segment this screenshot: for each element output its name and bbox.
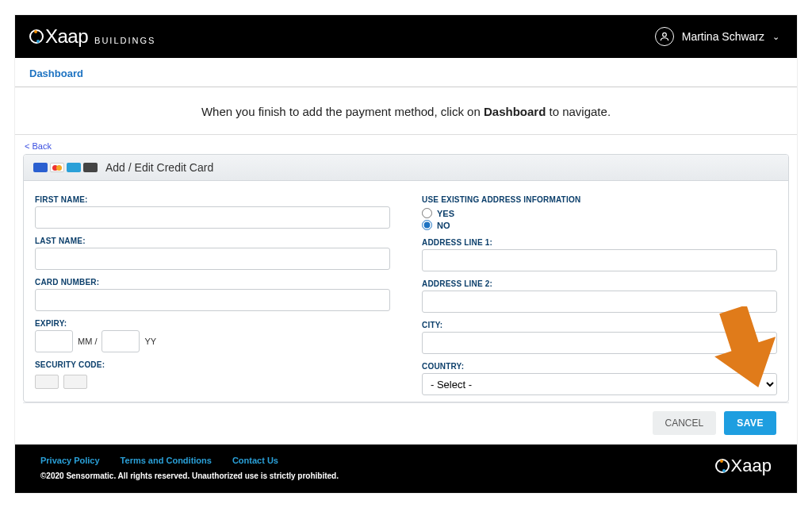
- label-addr2: ADDRESS LINE 2:: [422, 279, 777, 288]
- card-brand-icons: [33, 163, 98, 172]
- back-link[interactable]: < Back: [23, 140, 789, 154]
- cvv-hint-back-icon: [63, 375, 87, 389]
- label-last-name: LAST NAME:: [35, 237, 390, 245]
- expiry-year-input[interactable]: [102, 330, 140, 352]
- footer-brand: Xaap: [731, 456, 772, 476]
- first-name-input[interactable]: [35, 206, 390, 229]
- save-button[interactable]: SAVE: [724, 411, 776, 435]
- breadcrumb-dashboard[interactable]: Dashboard: [29, 67, 83, 79]
- expiry-yy: YY: [144, 337, 156, 346]
- label-use-existing: USE EXISTING ADDRESS INFORMATION: [422, 195, 777, 204]
- expiry-mm-sep: MM /: [78, 337, 97, 346]
- footer-logo-ring-icon: [715, 459, 730, 473]
- footer-privacy-link[interactable]: Privacy Policy: [40, 456, 100, 465]
- instruction-suffix: to navigate.: [546, 105, 611, 118]
- instruction-bold: Dashboard: [484, 105, 546, 118]
- chevron-down-icon: ⌄: [772, 32, 779, 42]
- user-name: Martina Schwarz: [682, 30, 764, 43]
- brand-logo: Xaap BUILDINGS: [29, 25, 155, 48]
- label-card-number: CARD NUMBER:: [35, 278, 390, 287]
- city-input[interactable]: [422, 332, 777, 354]
- radio-yes-label: YES: [437, 209, 454, 218]
- avatar-icon: [655, 27, 674, 46]
- address-line-1-input[interactable]: [422, 249, 777, 271]
- user-menu[interactable]: Martina Schwarz ⌄: [655, 27, 779, 46]
- label-city: CITY:: [422, 321, 777, 329]
- radio-yes[interactable]: [422, 208, 432, 218]
- panel-title: Add / Edit Credit Card: [105, 161, 213, 174]
- radio-yes-row[interactable]: YES: [422, 208, 777, 218]
- last-name-input[interactable]: [35, 248, 390, 270]
- footer-terms-link[interactable]: Terms and Conditions: [121, 456, 212, 465]
- label-addr1: ADDRESS LINE 1:: [422, 238, 777, 247]
- footer-logo: Xaap: [715, 456, 772, 476]
- instruction-prefix: When you finish to add the payment metho…: [201, 105, 484, 118]
- top-bar: Xaap BUILDINGS Martina Schwarz ⌄: [15, 15, 797, 58]
- label-expiry: EXPIRY:: [35, 319, 390, 328]
- breadcrumb-bar: Dashboard: [15, 58, 797, 87]
- brand-name: Xaap: [45, 25, 88, 48]
- brand-subtitle: BUILDINGS: [94, 36, 155, 45]
- label-first-name: FIRST NAME:: [35, 195, 390, 204]
- logo-ring-icon: [29, 29, 44, 44]
- address-line-2-input[interactable]: [422, 291, 777, 313]
- instruction-banner: When you finish to add the payment metho…: [15, 87, 797, 135]
- action-bar: CANCEL SAVE: [23, 402, 789, 444]
- generic-card-icon: [83, 163, 98, 172]
- label-security-code: SECURITY CODE:: [35, 360, 390, 369]
- svg-point-0: [662, 33, 666, 37]
- country-select[interactable]: - Select -: [422, 373, 777, 395]
- expiry-month-input[interactable]: [35, 330, 73, 352]
- card-number-input[interactable]: [35, 289, 390, 311]
- radio-no-row[interactable]: NO: [422, 220, 777, 230]
- mastercard-icon: [50, 163, 64, 172]
- radio-no-label: NO: [437, 221, 450, 230]
- footer-copyright: ©2020 Sensormatic. All rights reserved. …: [40, 471, 339, 480]
- footer-contact-link[interactable]: Contact Us: [232, 456, 278, 465]
- amex-icon: [67, 163, 81, 172]
- footer: Privacy Policy Terms and Conditions Cont…: [15, 444, 797, 493]
- label-country: COUNTRY:: [422, 362, 777, 371]
- credit-card-panel: Add / Edit Credit Card FIRST NAME: LAST …: [23, 154, 789, 402]
- cvv-hint-front-icon: [35, 375, 59, 389]
- visa-icon: [33, 163, 48, 172]
- cancel-button[interactable]: CANCEL: [653, 411, 717, 435]
- radio-no[interactable]: [422, 220, 432, 230]
